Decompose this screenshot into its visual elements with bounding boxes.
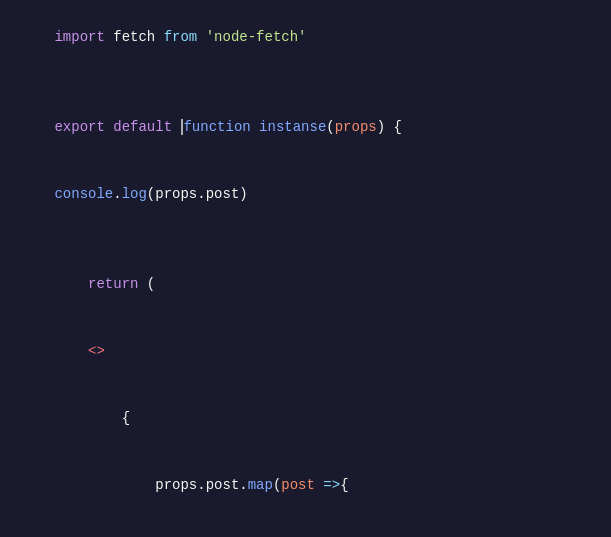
code-line-10: <p key={post.id}> bbox=[0, 519, 611, 537]
code-editor: import fetch from 'node-fetch' export de… bbox=[0, 0, 611, 537]
code-line-8: { bbox=[0, 385, 611, 452]
code-line-5 bbox=[0, 228, 611, 250]
code-line-7: <> bbox=[0, 317, 611, 384]
code-line-4: console.log(props.post) bbox=[0, 161, 611, 228]
code-line-2 bbox=[0, 71, 611, 93]
code-line-1: import fetch from 'node-fetch' bbox=[0, 4, 611, 71]
code-line-6: return ( bbox=[0, 250, 611, 317]
code-line-9: props.post.map(post =>{ bbox=[0, 452, 611, 519]
code-line-3: export default function instanse(props) … bbox=[0, 94, 611, 161]
